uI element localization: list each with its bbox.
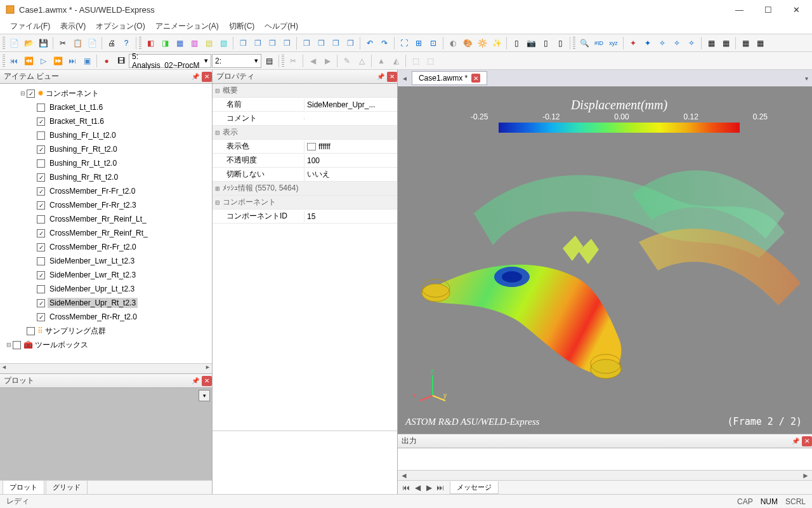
tool2-icon[interactable]: △: [355, 54, 369, 68]
tree-item-label[interactable]: SideMenber_Lwr_Rt_t2.3: [48, 270, 138, 280]
prop-compid-val[interactable]: 15: [304, 211, 397, 222]
prop-nocut-val[interactable]: いいえ: [304, 168, 397, 181]
tab-close-icon[interactable]: ✕: [471, 74, 480, 83]
tree-checkbox[interactable]: [37, 229, 45, 237]
fit1-icon[interactable]: ⛶: [397, 36, 411, 50]
fit2-icon[interactable]: ⊞: [412, 36, 426, 50]
node3-icon[interactable]: ✧: [655, 36, 669, 50]
prop-opacity-val[interactable]: 100: [304, 155, 397, 166]
pin-icon[interactable]: 📌: [190, 376, 200, 386]
section1-icon[interactable]: ✂: [286, 54, 300, 68]
tree-toolbox[interactable]: ツールボックス: [33, 339, 90, 351]
nav2-icon[interactable]: ▶: [320, 54, 334, 68]
shade3-icon[interactable]: 🔆: [475, 36, 489, 50]
view6-icon[interactable]: ▧: [216, 36, 230, 50]
cube5-icon[interactable]: ❒: [299, 36, 313, 50]
copy-icon[interactable]: 📋: [70, 36, 84, 50]
paste-icon[interactable]: 📄: [85, 36, 99, 50]
prop-cat-overview[interactable]: 概要: [221, 84, 304, 97]
tool1-icon[interactable]: ✎: [340, 54, 354, 68]
node4-icon[interactable]: ✧: [670, 36, 684, 50]
tab-plot[interactable]: プロット: [3, 480, 44, 494]
misc1-icon[interactable]: ▦: [704, 36, 718, 50]
print-icon[interactable]: 🖨: [105, 36, 119, 50]
tree-checkbox[interactable]: [37, 131, 45, 140]
win1-icon[interactable]: ▯: [509, 36, 523, 50]
tree-item[interactable]: Bracket_Lt_t1.6: [1, 100, 211, 114]
play-icon[interactable]: ▷: [36, 54, 50, 68]
step-select[interactable]: 2:▾: [212, 54, 261, 68]
movie-icon[interactable]: 🎞: [114, 54, 128, 68]
tree-item[interactable]: CrossMember_Rr-Fr_t2.0: [1, 240, 211, 254]
help-icon[interactable]: ?: [119, 36, 133, 50]
component-tree[interactable]: ⊟✹ コンポーネント Bracket_Lt_t1.6Bracket_Rt_t1.…: [0, 84, 212, 363]
fit3-icon[interactable]: ⊡: [426, 36, 440, 50]
pick-icon[interactable]: 🔍: [577, 36, 591, 50]
shade2-icon[interactable]: 🎨: [461, 36, 475, 50]
tree-item[interactable]: SideMenber_Upr_Rt_t2.3: [1, 296, 211, 310]
close-icon[interactable]: ✕: [202, 72, 212, 82]
misc2-icon[interactable]: ▦: [719, 36, 733, 50]
menu-options[interactable]: オプション(O): [91, 19, 150, 34]
out-prev-icon[interactable]: ◀: [413, 483, 422, 492]
xyz-icon[interactable]: xyz: [606, 36, 620, 50]
prop-cat-mesh[interactable]: ﾒｯｼｭ情報 (5570, 5464): [221, 182, 304, 195]
shade1-icon[interactable]: ◐: [446, 36, 460, 50]
tree-item-label[interactable]: Bracket_Lt_t1.6: [48, 102, 105, 112]
cube8-icon[interactable]: ❒: [343, 36, 357, 50]
cube4-icon[interactable]: ❒: [280, 36, 294, 50]
tree-item-label[interactable]: CrossMember_Rr_Reinf_Lt_: [48, 214, 148, 224]
tree-item[interactable]: CrossMember_Rr_Reinf_Lt_: [1, 212, 211, 226]
node5-icon[interactable]: ✧: [684, 36, 698, 50]
tree-checkbox[interactable]: [37, 201, 45, 210]
tree-checkbox[interactable]: [37, 159, 45, 168]
output-tab-message[interactable]: メッセージ: [450, 481, 499, 494]
tree-item[interactable]: SideMenber_Lwr_Rt_t2.3: [1, 268, 211, 282]
tree-item[interactable]: CrossMember_Rr-Rr_t2.0: [1, 310, 211, 324]
list-icon[interactable]: ▤: [262, 54, 276, 68]
tree-item-label[interactable]: CrossMember_Fr-Fr_t2.0: [48, 186, 137, 196]
prop-color-val[interactable]: ffffff: [304, 141, 397, 152]
new-icon[interactable]: 📄: [7, 36, 21, 50]
tree-item-label[interactable]: CrossMember_Rr-Rr_t2.0: [48, 312, 139, 322]
tree-hscroll[interactable]: [0, 363, 212, 373]
stop-icon[interactable]: ▣: [80, 54, 94, 68]
node2-icon[interactable]: ✦: [641, 36, 655, 50]
tab-prev-icon[interactable]: ◄: [402, 75, 408, 82]
nav1-icon[interactable]: ◀: [306, 54, 320, 68]
tab-grid[interactable]: グリッド: [46, 480, 88, 494]
view1-icon[interactable]: ◧: [143, 36, 157, 50]
out-next-icon[interactable]: ▶: [424, 483, 433, 492]
tree-checkbox[interactable]: [37, 243, 45, 251]
tree-item-label[interactable]: SideMenber_Lwr_Lt_t2.3: [48, 256, 136, 266]
tree-item-label[interactable]: CrossMember_Fr-Rr_t2.3: [48, 200, 138, 210]
open-icon[interactable]: 📂: [22, 36, 36, 50]
out-last-icon[interactable]: ⏭: [436, 483, 445, 492]
tree-checkbox[interactable]: [37, 104, 45, 112]
pin-icon[interactable]: 📌: [790, 436, 801, 446]
property-grid[interactable]: ⊟概要 名前SideMenber_Upr_... コメント ⊟表示 表示色fff…: [213, 84, 397, 431]
cut-icon[interactable]: ✂: [56, 36, 70, 50]
document-tab[interactable]: Case1.awmx * ✕: [412, 71, 487, 85]
tab-menu-icon[interactable]: ▾: [805, 75, 808, 82]
cube6-icon[interactable]: ❒: [314, 36, 328, 50]
pin-icon[interactable]: 📌: [190, 72, 200, 82]
output-body[interactable]: [398, 448, 812, 470]
tree-item-label[interactable]: CrossMember_Rr_Reinf_Rt_: [48, 228, 150, 238]
menu-help[interactable]: ヘルプ(H): [259, 19, 303, 34]
tree-checkbox[interactable]: [37, 117, 45, 126]
tree-item[interactable]: SideMenber_Lwr_Lt_t2.3: [1, 254, 211, 268]
tree-item[interactable]: CrossMember_Fr-Fr_t2.0: [1, 184, 211, 198]
tree-item-label[interactable]: SideMenber_Upr_Rt_t2.3: [48, 298, 138, 308]
first-icon[interactable]: ⏮: [7, 54, 21, 68]
menu-file[interactable]: ファイル(F): [5, 19, 55, 34]
prop-cat-disp[interactable]: 表示: [221, 126, 304, 139]
tree-item[interactable]: Bushing_Fr_Rt_t2.0: [1, 142, 211, 156]
tree-checkbox[interactable]: [37, 187, 45, 196]
tree-checkbox[interactable]: [37, 299, 45, 307]
view5-icon[interactable]: ▤: [202, 36, 216, 50]
tree-checkbox[interactable]: [37, 145, 45, 154]
last-icon[interactable]: ⏭: [65, 54, 79, 68]
cube1-icon[interactable]: ❒: [236, 36, 250, 50]
tree-root[interactable]: コンポーネント: [44, 88, 101, 100]
